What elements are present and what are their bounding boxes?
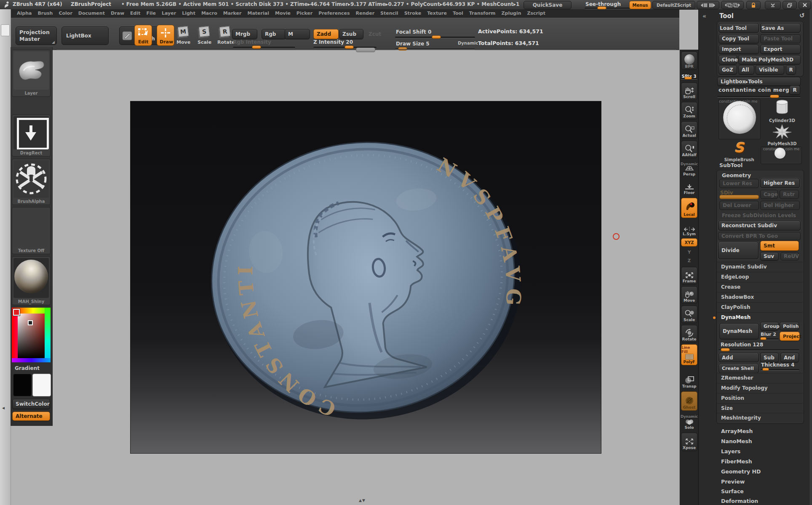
alternate-button[interactable]: Alternate — [12, 412, 50, 421]
dynamic-subdiv-section[interactable]: Dynamic Subdiv — [717, 262, 803, 271]
menu-item-brush[interactable]: Brush — [35, 11, 56, 16]
goz-visible-button[interactable]: Visible — [756, 65, 784, 74]
sdiv-slider[interactable] — [719, 195, 759, 199]
shelf-divider-handle[interactable] — [356, 48, 375, 52]
quicksave-button[interactable]: QuickSave — [524, 1, 572, 9]
groups-button[interactable]: Groups — [760, 322, 779, 330]
goz-r-button[interactable]: R — [786, 65, 796, 74]
menu-item-material[interactable]: Material — [244, 11, 272, 16]
minimize-button[interactable] — [765, 1, 781, 9]
hide-palettes-button[interactable] — [721, 1, 744, 9]
xyz-button[interactable]: XYZ — [681, 238, 697, 247]
menu-item-marker[interactable]: Marker — [220, 11, 245, 16]
current-stroke-thumbnail[interactable]: DragRect — [12, 114, 51, 157]
polyframe-button[interactable]: Line Fill PolyF — [681, 344, 697, 365]
cage-button[interactable]: Cage — [760, 190, 778, 199]
menu-item-zscript[interactable]: Zscript — [524, 11, 548, 16]
rotate-tool[interactable]: R Rotate — [216, 26, 234, 45]
subtool-section-header[interactable]: SubTool — [719, 162, 743, 168]
copy-tool-button[interactable]: Copy Tool — [719, 34, 759, 43]
switch-color-button[interactable]: SwitchColor — [12, 399, 50, 409]
rstr-button[interactable]: Rstr — [780, 190, 799, 199]
focal-shift-knob[interactable] — [432, 35, 441, 39]
document-canvas[interactable]: CONSTANTI NVSPFAVG — [130, 101, 601, 454]
create-shell-button[interactable]: Create Shell — [719, 364, 759, 373]
scale-3d-button[interactable]: Scale — [681, 306, 697, 323]
rgb-intensity-knob[interactable] — [252, 45, 261, 49]
thickness-knob[interactable] — [762, 368, 769, 371]
menu-item-stroke[interactable]: Stroke — [401, 11, 425, 16]
resolution-slider[interactable] — [719, 349, 799, 351]
freeze-subdivision-button[interactable]: Freeze SubDivision Levels — [719, 211, 800, 220]
ghost-button[interactable]: Ghost — [681, 391, 697, 411]
menus-button[interactable]: Menus — [629, 1, 651, 9]
shadowbox-section[interactable]: ShadowBox — [717, 292, 803, 302]
crease-section[interactable]: Crease — [717, 282, 803, 292]
paste-tool-button[interactable]: Paste Tool — [760, 34, 801, 43]
current-texture-thumbnail[interactable]: Texture Off — [12, 207, 51, 254]
tool-slider-knob[interactable] — [770, 95, 779, 98]
draw-button[interactable]: Draw — [157, 25, 174, 46]
reuv-button[interactable]: ReUV — [780, 252, 799, 260]
menu-item-color[interactable]: Color — [56, 11, 75, 16]
current-material-thumbnail[interactable]: MAH_Shiny — [12, 256, 51, 305]
palette-reset-icon[interactable]: ↺ — [799, 12, 805, 19]
current-brush-thumbnail[interactable]: Layer — [12, 50, 51, 97]
section-nanomesh[interactable]: NanoMesh — [716, 436, 803, 446]
zcut-button[interactable]: Zcut — [365, 29, 389, 39]
rgb-button[interactable]: Rgb — [262, 29, 286, 39]
save-as-button[interactable]: Save As — [760, 23, 801, 33]
projection-master-button[interactable]: Projection Master ◢ — [16, 27, 57, 45]
move-tool[interactable]: M Move — [175, 26, 192, 45]
restore-button[interactable] — [783, 1, 797, 9]
tray-edge-handle[interactable] — [1, 24, 10, 36]
clone-button[interactable]: Clone — [719, 55, 737, 64]
project-button[interactable]: Project — [780, 332, 800, 341]
dynamesh-button[interactable]: DynaMesh — [719, 323, 759, 339]
section-geometry-hd[interactable]: Geometry HD — [716, 467, 803, 476]
menu-item-picker[interactable]: Picker — [294, 11, 315, 16]
m-button[interactable]: M — [285, 29, 310, 39]
local-button[interactable]: Local — [681, 198, 697, 218]
active-tool-thumbnail[interactable]: constantine coin me — [719, 99, 761, 139]
section-layers[interactable]: Layers — [716, 447, 803, 456]
transp-button[interactable]: Transp — [681, 372, 697, 390]
coin-model[interactable]: CONSTANTI NVSPFAVG — [131, 101, 601, 454]
tool-slider[interactable] — [717, 96, 801, 98]
menu-item-render[interactable]: Render — [353, 11, 378, 16]
spix-control[interactable]: SPix 3 — [680, 72, 698, 81]
menu-item-transform[interactable]: Transform — [466, 11, 499, 16]
scale-tool[interactable]: S Scale — [196, 26, 214, 45]
export-button[interactable]: Export — [760, 45, 801, 54]
solo-button[interactable]: Dynamic Solo — [681, 412, 697, 431]
current-alpha-thumbnail[interactable]: BrushAlpha — [12, 159, 51, 205]
menu-item-layer[interactable]: Layer — [159, 11, 179, 16]
divide-button[interactable]: Divide — [718, 242, 759, 259]
hue-selector[interactable] — [13, 309, 20, 316]
lightbox-button[interactable]: LightBox — [61, 27, 109, 45]
cylinder3d-tool[interactable]: Cylinder3D — [763, 99, 801, 122]
spix-knob[interactable] — [684, 77, 692, 80]
section-preview[interactable]: Preview — [716, 477, 803, 486]
import-button[interactable]: Import — [719, 45, 759, 54]
menu-item-alpha[interactable]: Alpha — [14, 11, 35, 16]
rotate-3d-button[interactable]: Rotate — [681, 325, 697, 343]
main-color-swatch[interactable] — [13, 374, 32, 396]
section-deformation[interactable]: Deformation — [716, 496, 803, 505]
coin-small-tool[interactable]: constantine coin me — [761, 146, 802, 164]
panel-collapse-icon[interactable]: « — [702, 13, 706, 19]
menu-item-edit[interactable]: Edit — [127, 11, 143, 16]
lower-res-button[interactable]: Lower Res — [719, 179, 759, 188]
lsym-button[interactable]: L.Sym — [681, 223, 697, 237]
add-button[interactable]: Add — [719, 353, 759, 362]
menu-item-zplugin[interactable]: Zplugin — [499, 11, 524, 16]
color-picker[interactable] — [12, 308, 51, 362]
menu-item-draw[interactable]: Draw — [108, 11, 127, 16]
hide-left-trays-button[interactable] — [697, 1, 719, 9]
sub-button[interactable]: Sub — [760, 353, 779, 362]
default-zscript-button[interactable]: DefaultZScript — [652, 1, 695, 9]
aahalf-button[interactable]: AAHalf — [681, 141, 697, 158]
rename-r-button[interactable]: R — [789, 85, 800, 95]
gradient-label[interactable]: Gradient — [15, 365, 40, 371]
smt-button[interactable]: Smt — [760, 241, 799, 251]
